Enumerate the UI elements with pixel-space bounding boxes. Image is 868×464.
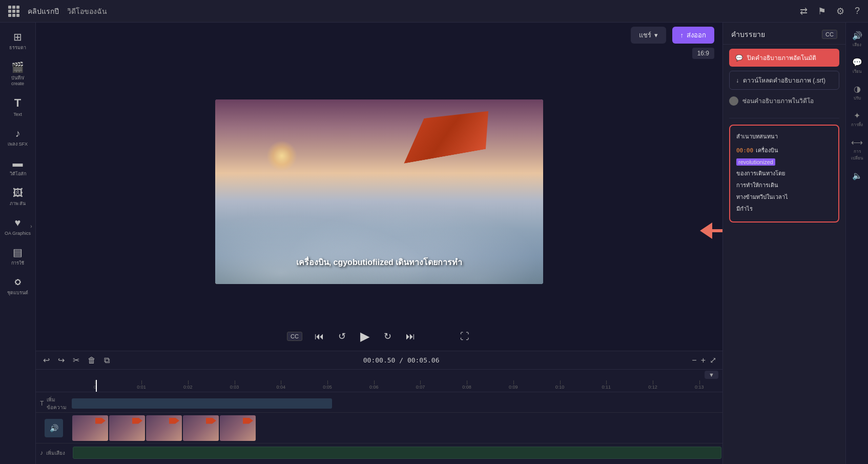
image-icon: 🖼 — [13, 187, 23, 199]
redo-button[interactable]: ↪ — [57, 354, 66, 366]
topbar-left: คลิปแรกปี วิดีโอของฉัน — [8, 6, 107, 17]
flag-icon[interactable]: ⚑ — [818, 6, 826, 17]
subtitle-entry-6[interactable]: มีกำไร — [736, 204, 832, 213]
app-title: คลิปแรกปี — [28, 6, 59, 17]
cc-panel-icon[interactable]: CC — [822, 30, 837, 39]
settings-icon[interactable]: ⚙ — [836, 6, 844, 17]
strip-adjust-label: ปรับ — [854, 95, 861, 102]
effects-icon: ✦ — [854, 111, 860, 120]
fullscreen-button[interactable]: ⛶ — [458, 329, 471, 344]
gallery-icon: ⊞ — [13, 31, 22, 43]
subtitle-word-5: ทางข้ามทวีปในเวลาไ — [736, 194, 788, 200]
subtitle-track-icon: T — [40, 400, 44, 407]
subtitle-entry-3[interactable]: ของการเดินทางโดย — [736, 168, 832, 178]
audio-track-icon: ♪ — [40, 449, 43, 456]
download-icon: ↓ — [736, 77, 739, 84]
sidebar-item-capcut[interactable]: ▤ การใช้ — [3, 242, 33, 270]
sidebar-item-video[interactable]: ▬ วิดีโอสัก — [3, 153, 33, 181]
subtitle-entry-1[interactable]: 00:00 เครื่องบิน — [736, 145, 832, 155]
panel-header: คำบรรยาย CC — [723, 23, 845, 45]
transition-icon: ⟷ — [851, 137, 863, 147]
share-button[interactable]: แชร์ ▾ — [631, 27, 666, 44]
copy-button[interactable]: ⧉ — [103, 355, 111, 366]
download-srt-button[interactable]: ↓ ดาวน์โหลดคำอธิบายภาพ (.srt) — [729, 71, 839, 90]
strip-item-effects[interactable]: ✦ การทิ้ง — [848, 107, 867, 132]
sidebar-item-label: เพลง SFX — [8, 142, 28, 147]
subtitle-entry-4[interactable]: การทำให้การเดิน — [736, 180, 832, 190]
panel-title: คำบรรยาย — [731, 29, 765, 40]
right-panel: คำบรรยาย CC 💬 ปิดคำอธิบายภาพอัตโนมัติ ↓ … — [722, 23, 845, 464]
delete-button[interactable]: 🗑 — [87, 355, 97, 366]
sidebar-item-brand[interactable]: ⭘ ชุดแบรนด์ — [3, 272, 33, 300]
share-label: แชร์ — [639, 30, 651, 41]
grid-icon[interactable] — [8, 6, 19, 17]
rewind-button[interactable]: ↺ — [336, 329, 348, 344]
fit-button[interactable]: ⤢ — [710, 355, 716, 365]
subtitle-track-row: T เพิ่มข้อความ — [36, 394, 722, 413]
sidebar-item-gallery[interactable]: ⊞ ธรรมดา — [3, 27, 33, 55]
subtitle-clip[interactable] — [72, 398, 332, 409]
text-icon: T — [14, 96, 21, 110]
audio-track-bar[interactable] — [73, 447, 721, 459]
zoom-in-button[interactable]: + — [701, 356, 706, 365]
sidebar-item-label: การใช้ — [11, 260, 24, 266]
sidebar-item-label: วิดีโอสัก — [10, 171, 26, 177]
subtitle-word-6: มีกำไร — [736, 206, 753, 212]
create-icon: 🎬 — [11, 61, 24, 73]
time-display: 00:00.50 / 00:05.06 — [363, 356, 440, 364]
hide-caption-label: ซ่อนคำอธิบายภาพในวิดีโอ — [742, 96, 814, 106]
sidebar-item-image[interactable]: 🖼 ภาพ สัน — [3, 183, 33, 211]
zoom-out-button[interactable]: − — [692, 356, 696, 365]
strip-item-transition[interactable]: ⟷ การเปลี่ยน — [848, 133, 867, 166]
auto-caption-button[interactable]: 💬 ปิดคำอธิบายภาพอัตโนมัติ — [729, 49, 839, 67]
help-icon[interactable]: ? — [855, 6, 860, 16]
volume-icon: 🔊 — [852, 31, 862, 41]
video-thumbnails[interactable] — [72, 413, 722, 443]
export-button[interactable]: ↑ ส่งออก — [672, 27, 715, 44]
cc-button[interactable]: CC — [287, 332, 302, 341]
video-thumb-5 — [220, 415, 256, 441]
strip-item-volume[interactable]: 🔊 เสียง — [848, 27, 867, 52]
share-icon[interactable]: ⇄ — [800, 6, 808, 17]
cut-button[interactable]: ✂ — [72, 354, 80, 366]
strip-caption-label: เรียน — [853, 68, 861, 75]
adjust-icon: ◑ — [854, 84, 861, 94]
audio-track-text: เพิ่มเสียง — [46, 449, 65, 457]
sidebar-item-music[interactable]: ♪ เพลง SFX — [3, 124, 33, 151]
music-icon: ♪ — [15, 128, 20, 139]
strip-volume-label: เสียง — [853, 42, 861, 48]
strip-effects-label: การทิ้ง — [851, 122, 863, 128]
skip-back-button[interactable]: ⏮ — [313, 329, 326, 344]
download-srt-label: ดาวน์โหลดคำอธิบายภาพ (.srt) — [743, 75, 825, 85]
auto-caption-label: ปิดคำอธิบายภาพอัตโนมัติ — [747, 53, 816, 63]
sidebar-item-text[interactable]: T Text — [3, 92, 33, 122]
strip-item-caption[interactable]: 💬 เรียน — [848, 53, 867, 79]
collapse-button[interactable]: ▼ — [705, 371, 718, 379]
skip-forward-button[interactable]: ⏭ — [404, 329, 417, 344]
timeline-area: ↩ ↪ ✂ 🗑 ⧉ 00:00.50 / 00:05.06 − + ⤢ ▼ 0 — [36, 351, 722, 464]
timeline-tracks: T เพิ่มข้อความ 🔊 — [36, 392, 722, 464]
sidebar-item-graphics[interactable]: ♥ OA Graphics › — [3, 213, 33, 240]
sidebar-item-label: ภาพ สัน — [10, 201, 26, 207]
strip-transition-label: การเปลี่ยน — [849, 148, 866, 162]
timeline-toolbar: ↩ ↪ ✂ 🗑 ⧉ 00:00.50 / 00:05.06 − + ⤢ — [36, 351, 722, 370]
sidebar-item-create[interactable]: 🎬 บันทึก/ create — [3, 57, 33, 91]
subtitle-track-content[interactable] — [72, 394, 722, 412]
subtitle-entry-5[interactable]: ทางข้ามทวีปในเวลาไ — [736, 192, 832, 201]
plane-wing — [400, 115, 502, 176]
hide-caption-toggle[interactable] — [729, 96, 738, 106]
video-player[interactable]: เครื่องบิน, cgyobutiofiized เดินทางโดยกา… — [215, 99, 543, 284]
strip-item-sound2[interactable]: 🔈 — [848, 167, 867, 185]
strip-item-adjust[interactable]: ◑ ปรับ — [848, 80, 867, 106]
ruler-mark-13: 0:13 — [676, 385, 722, 390]
subtitle-time: 00:00 — [736, 147, 753, 154]
subtitle-entry-2[interactable]: revolutionized — [736, 157, 832, 166]
play-button[interactable]: ▶ — [358, 327, 371, 346]
subtitle-word-highlighted: revolutionized — [736, 158, 775, 166]
forward-button[interactable]: ↻ — [382, 329, 394, 344]
undo-button[interactable]: ↩ — [42, 354, 51, 366]
capcut-icon: ▤ — [13, 246, 23, 258]
ruler-mark-6: 0:06 — [350, 385, 397, 390]
playhead — [96, 380, 97, 392]
sun-glow — [266, 140, 297, 171]
